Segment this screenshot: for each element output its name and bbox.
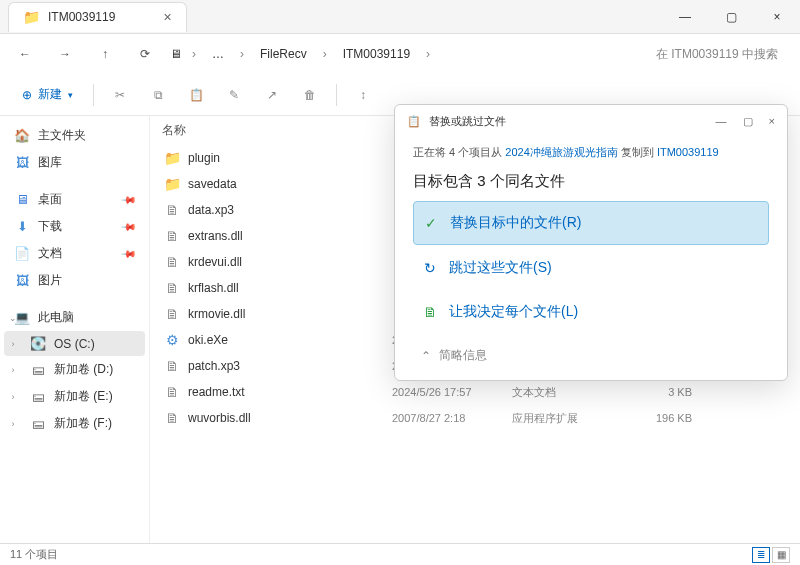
paste-button[interactable]: 📋 (180, 82, 212, 108)
chevron-right-icon[interactable]: › (8, 365, 18, 375)
sort-button[interactable]: ↕ (347, 82, 379, 108)
skip-option[interactable]: ↻ 跳过这些文件(S) (413, 247, 769, 289)
disk-icon: 🖴 (30, 416, 46, 431)
icons-view-button[interactable]: ▦ (772, 547, 790, 563)
file-name: savedata (188, 177, 392, 191)
cut-button[interactable]: ✂ (104, 82, 136, 108)
toolbar-separator (93, 84, 94, 106)
minimize-button[interactable]: — (662, 0, 708, 34)
document-icon: 📄 (14, 246, 30, 261)
gallery-icon: 🖼 (14, 155, 30, 170)
monitor-icon: 🖥 (170, 47, 182, 61)
dialog-close-button[interactable]: × (769, 115, 775, 128)
file-size: 3 KB (612, 386, 692, 398)
sidebar-item-drive-c[interactable]: ›💽OS (C:) (4, 331, 145, 356)
sidebar-item-gallery[interactable]: 🖼图库 (4, 149, 145, 176)
sidebar-item-drive-d[interactable]: ›🖴新加卷 (D:) (4, 356, 145, 383)
file-name: readme.txt (188, 385, 392, 399)
source-link[interactable]: 2024冲绳旅游观光指南 (505, 146, 617, 158)
sidebar: 🏠主文件夹 🖼图库 🖥桌面📌 ⬇下载📌 📄文档📌 🖼图片 ⌄💻此电脑 ›💽OS … (0, 116, 150, 543)
window-tab[interactable]: 📁 ITM0039119 × (8, 2, 187, 32)
pin-icon: 📌 (121, 191, 137, 207)
file-name: krdevui.dll (188, 255, 392, 269)
dest-link[interactable]: ITM0039119 (657, 146, 719, 158)
exe-icon: ⚙ (162, 332, 182, 348)
breadcrumb-overflow[interactable]: … (206, 43, 230, 65)
file-row[interactable]: 🗎wuvorbis.dll2007/8/27 2:18应用程序扩展196 KB (150, 405, 800, 431)
plus-icon: ⊕ (22, 88, 32, 102)
sidebar-item-thispc[interactable]: ⌄💻此电脑 (4, 304, 145, 331)
details-view-button[interactable]: ≣ (752, 547, 770, 563)
search-input[interactable]: 在 ITM0039119 中搜索 (644, 42, 790, 67)
breadcrumb[interactable]: 🖥 › … › FileRecv › ITM0039119 › (170, 43, 634, 65)
file-type: 文本文档 (512, 385, 612, 400)
sidebar-item-pictures[interactable]: 🖼图片 (4, 267, 145, 294)
close-button[interactable]: × (754, 0, 800, 34)
toolbar-separator (336, 84, 337, 106)
header-name[interactable]: 名称 (162, 122, 392, 139)
copy-icon: 📋 (407, 115, 421, 128)
chevron-right-icon[interactable]: › (8, 339, 18, 349)
close-tab-button[interactable]: × (163, 9, 171, 25)
decide-option[interactable]: 🗎 让我决定每个文件(L) (413, 291, 769, 333)
check-icon: ✓ (422, 215, 440, 231)
dialog-minimize-button[interactable]: — (716, 115, 727, 128)
chevron-right-icon[interactable]: › (8, 419, 18, 429)
replace-option[interactable]: ✓ 替换目标中的文件(R) (413, 201, 769, 245)
skip-icon: ↻ (421, 260, 439, 276)
refresh-button[interactable]: ⟳ (130, 39, 160, 69)
sidebar-item-drive-f[interactable]: ›🖴新加卷 (F:) (4, 410, 145, 437)
chevron-right-icon: › (240, 47, 244, 61)
disk-icon: 🖴 (30, 362, 46, 377)
chevron-right-icon: › (426, 47, 430, 61)
file-name: extrans.dll (188, 229, 392, 243)
sidebar-item-downloads[interactable]: ⬇下载📌 (4, 213, 145, 240)
file-icon: 🗎 (162, 410, 182, 426)
file-date: 2024/5/26 17:57 (392, 386, 512, 398)
download-icon: ⬇ (14, 219, 30, 234)
home-icon: 🏠 (14, 128, 30, 143)
pin-icon: 📌 (121, 245, 137, 261)
chevron-right-icon[interactable]: › (8, 392, 18, 402)
statusbar: 11 个项目 ≣ ▦ (0, 543, 800, 565)
forward-button[interactable]: → (50, 39, 80, 69)
maximize-button[interactable]: ▢ (708, 0, 754, 34)
dialog-titlebar: 📋 替换或跳过文件 — ▢ × (395, 105, 787, 137)
delete-button[interactable]: 🗑 (294, 82, 326, 108)
file-name: plugin (188, 151, 392, 165)
file-name: krflash.dll (188, 281, 392, 295)
sidebar-item-drive-e[interactable]: ›🖴新加卷 (E:) (4, 383, 145, 410)
sidebar-item-desktop[interactable]: 🖥桌面📌 (4, 186, 145, 213)
file-row[interactable]: 🗎readme.txt2024/5/26 17:57文本文档3 KB (150, 379, 800, 405)
dialog-title: 替换或跳过文件 (429, 114, 506, 129)
chevron-down-icon[interactable]: ⌄ (8, 313, 18, 323)
chevron-down-icon: ▾ (68, 90, 73, 100)
compare-icon: 🗎 (421, 304, 439, 320)
view-buttons: ≣ ▦ (752, 547, 790, 563)
file-name: krmovie.dll (188, 307, 392, 321)
breadcrumb-part[interactable]: ITM0039119 (337, 43, 416, 65)
titlebar: 📁 ITM0039119 × — ▢ × (0, 0, 800, 34)
share-button[interactable]: ↗ (256, 82, 288, 108)
folder-icon: 📁 (162, 150, 182, 166)
up-button[interactable]: ↑ (90, 39, 120, 69)
back-button[interactable]: ← (10, 39, 40, 69)
new-button[interactable]: ⊕ 新建 ▾ (12, 80, 83, 109)
window-controls: — ▢ × (662, 0, 800, 34)
more-details-toggle[interactable]: ⌃ 简略信息 (413, 335, 769, 376)
file-icon: 🗎 (162, 384, 182, 400)
file-name: oki.eXe (188, 333, 392, 347)
pin-icon: 📌 (121, 218, 137, 234)
copy-button[interactable]: ⧉ (142, 82, 174, 108)
rename-button[interactable]: ✎ (218, 82, 250, 108)
folder-icon: 📁 (162, 176, 182, 192)
replace-dialog: 📋 替换或跳过文件 — ▢ × 正在将 4 个项目从 2024冲绳旅游观光指南 … (394, 104, 788, 381)
dialog-maximize-button[interactable]: ▢ (743, 115, 753, 128)
item-count: 11 个项目 (10, 547, 58, 562)
file-name: patch.xp3 (188, 359, 392, 373)
breadcrumb-part[interactable]: FileRecv (254, 43, 313, 65)
tab-title: ITM0039119 (48, 10, 115, 24)
file-name: data.xp3 (188, 203, 392, 217)
sidebar-item-home[interactable]: 🏠主文件夹 (4, 122, 145, 149)
sidebar-item-documents[interactable]: 📄文档📌 (4, 240, 145, 267)
